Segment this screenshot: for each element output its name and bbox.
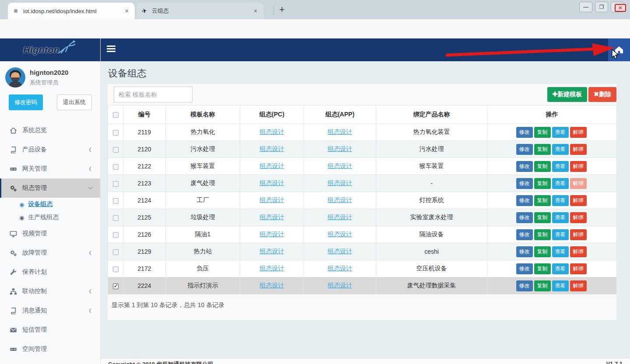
pc-config-design-link[interactable]: 组态设计 xyxy=(260,265,284,272)
tab-close-icon[interactable]: × xyxy=(123,7,130,14)
sidebar-item-overview[interactable]: 系统总览 xyxy=(0,121,100,140)
row-checkbox[interactable] xyxy=(113,198,119,204)
modify-button[interactable]: 修改 xyxy=(516,161,533,172)
view-button[interactable]: 查看 xyxy=(552,195,569,206)
modify-button[interactable]: 修改 xyxy=(516,263,533,274)
select-all-checkbox[interactable] xyxy=(113,112,119,118)
view-button[interactable]: 查看 xyxy=(552,127,569,138)
unbind-button[interactable]: 解绑 xyxy=(570,280,587,291)
copy-button[interactable]: 复制 xyxy=(534,246,551,257)
view-button[interactable]: 查看 xyxy=(552,246,569,257)
copy-button[interactable]: 复制 xyxy=(534,263,551,274)
modify-button[interactable]: 修改 xyxy=(516,127,533,138)
row-checkbox[interactable] xyxy=(113,232,119,238)
unbind-button[interactable]: 解绑 xyxy=(570,246,587,257)
modify-button[interactable]: 修改 xyxy=(516,144,533,155)
window-minimize-button[interactable]: — xyxy=(579,2,592,12)
view-button[interactable]: 查看 xyxy=(552,178,569,189)
sidebar-item-space[interactable]: 空间管理 xyxy=(0,340,100,359)
sidebar-item-sms[interactable]: 短信管理 xyxy=(0,320,100,340)
copy-button[interactable]: 复制 xyxy=(534,144,551,155)
row-checkbox[interactable] xyxy=(113,249,119,255)
row-checkbox[interactable] xyxy=(113,181,119,187)
sidebar-item-maintenance[interactable]: 保养计划 xyxy=(0,262,100,282)
sidebar-item-products[interactable]: 产品设备‹ xyxy=(0,140,100,159)
modify-button[interactable]: 修改 xyxy=(516,212,533,223)
unbind-button[interactable]: 解绑 xyxy=(570,195,587,206)
browser-tab-current[interactable]: iot.idosp.net/idosp/index.html × xyxy=(8,3,135,19)
sidebar-subitem-device-config[interactable]: ◉设备组态 xyxy=(0,198,100,211)
view-button[interactable]: 查看 xyxy=(552,263,569,274)
sidebar-item-gateway[interactable]: 网关管理‹ xyxy=(0,159,100,178)
app-config-design-link[interactable]: 组态设计 xyxy=(328,196,352,203)
copy-button[interactable]: 复制 xyxy=(534,229,551,240)
pc-config-design-link[interactable]: 组态设计 xyxy=(260,231,284,238)
pc-config-design-link[interactable]: 组态设计 xyxy=(260,248,284,255)
row-checkbox[interactable] xyxy=(113,164,119,170)
app-config-design-link[interactable]: 组态设计 xyxy=(328,214,352,220)
new-tab-button[interactable]: + xyxy=(279,4,285,15)
unbind-button[interactable]: 解绑 xyxy=(570,212,587,223)
app-config-design-link[interactable]: 组态设计 xyxy=(328,145,352,152)
unbind-button[interactable]: 解绑 xyxy=(570,263,587,274)
modify-button[interactable]: 修改 xyxy=(516,229,533,240)
pc-config-design-link[interactable]: 组态设计 xyxy=(260,145,284,152)
app-config-design-link[interactable]: 组态设计 xyxy=(328,265,352,272)
copy-button[interactable]: 复制 xyxy=(534,280,551,291)
pc-config-design-link[interactable]: 组态设计 xyxy=(260,128,284,135)
col-header-name: 模板名称 xyxy=(166,105,240,124)
app-config-design-link[interactable]: 组态设计 xyxy=(328,231,352,238)
row-checkbox[interactable] xyxy=(113,147,119,153)
app-config-design-link[interactable]: 组态设计 xyxy=(328,282,352,289)
modify-button[interactable]: 修改 xyxy=(516,280,533,291)
app-config-design-link[interactable]: 组态设计 xyxy=(328,248,352,255)
view-button[interactable]: 查看 xyxy=(552,144,569,155)
delete-button[interactable]: ✖删除 xyxy=(588,87,616,102)
sidebar-item-linkage[interactable]: 联动控制‹ xyxy=(0,282,100,301)
view-button[interactable]: 查看 xyxy=(552,161,569,172)
window-restore-button[interactable]: ❐ xyxy=(595,2,608,12)
new-template-button[interactable]: ✚新建模板 xyxy=(547,87,588,102)
unbind-button[interactable]: 解绑 xyxy=(570,161,587,172)
copy-button[interactable]: 复制 xyxy=(534,195,551,206)
sidebar-item-fault[interactable]: 故障管理‹ xyxy=(0,243,100,262)
pc-config-design-link[interactable]: 组态设计 xyxy=(260,282,284,289)
modify-button[interactable]: 修改 xyxy=(516,246,533,257)
browser-titlebar: iot.idosp.net/idosp/index.html × ✈ 云组态 ×… xyxy=(0,0,630,19)
row-checkbox[interactable] xyxy=(113,130,119,136)
row-checkbox[interactable] xyxy=(113,284,119,289)
browser-tab-cloud-config[interactable]: ✈ 云组态 × xyxy=(136,3,263,19)
change-password-button[interactable]: 修改密码 xyxy=(9,94,43,110)
copy-button[interactable]: 复制 xyxy=(534,161,551,172)
sidebar-subitem-line-config[interactable]: ◉生产线组态 xyxy=(0,211,100,224)
copy-button[interactable]: 复制 xyxy=(534,212,551,223)
copy-button[interactable]: 复制 xyxy=(534,127,551,138)
pc-config-design-link[interactable]: 组态设计 xyxy=(260,196,284,203)
copy-button[interactable]: 复制 xyxy=(534,178,551,189)
app-config-design-link[interactable]: 组态设计 xyxy=(328,162,352,169)
unbind-button[interactable]: 解绑 xyxy=(570,127,587,138)
app-config-design-link[interactable]: 组态设计 xyxy=(328,128,352,135)
big-data-center-home-button[interactable] xyxy=(608,38,630,61)
tab-close-icon[interactable]: × xyxy=(252,7,259,14)
unbind-button[interactable]: 解绑 xyxy=(570,229,587,240)
row-checkbox[interactable] xyxy=(113,266,119,272)
modify-button[interactable]: 修改 xyxy=(516,178,533,189)
app-config-design-link[interactable]: 组态设计 xyxy=(328,179,352,186)
sidebar-item-message[interactable]: 消息通知‹ xyxy=(0,301,100,320)
window-close-button[interactable]: ✕ ✕ xyxy=(611,2,624,12)
view-button[interactable]: 查看 xyxy=(552,212,569,223)
pc-config-design-link[interactable]: 组态设计 xyxy=(260,162,284,169)
unbind-button[interactable]: 解绑 xyxy=(570,144,587,155)
hamburger-menu-icon[interactable] xyxy=(107,46,116,53)
sidebar-item-config[interactable]: 组态管理‹ xyxy=(0,178,100,198)
logout-button[interactable]: 退出系统 xyxy=(57,94,92,110)
view-button[interactable]: 查看 xyxy=(552,280,569,291)
pc-config-design-link[interactable]: 组态设计 xyxy=(260,214,284,220)
view-button[interactable]: 查看 xyxy=(552,229,569,240)
row-checkbox[interactable] xyxy=(113,215,119,221)
search-input[interactable] xyxy=(114,87,192,102)
sidebar-item-video[interactable]: 视频管理 xyxy=(0,224,100,243)
modify-button[interactable]: 修改 xyxy=(516,195,533,206)
pc-config-design-link[interactable]: 组态设计 xyxy=(260,179,284,186)
